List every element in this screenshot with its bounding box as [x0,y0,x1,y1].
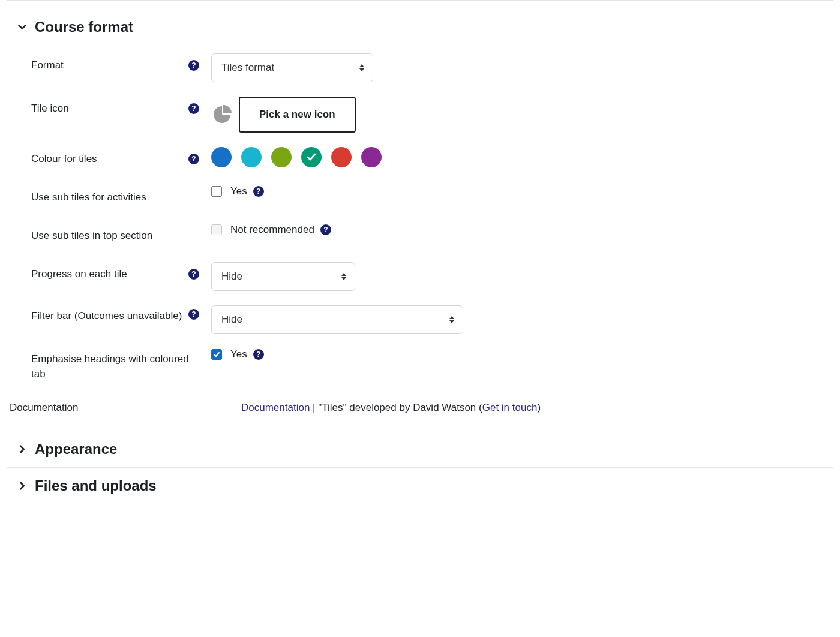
colour-swatch-2[interactable] [271,147,292,167]
section-title: Appearance [35,441,117,458]
select-value: Hide [221,271,242,283]
row-progress: Progress on each tile ? Hide [7,255,833,298]
checkbox-label: Not recommended [230,224,314,236]
colour-swatch-5[interactable] [361,147,382,167]
help-icon[interactable]: ? [188,103,199,114]
section-title: Course format [35,19,133,35]
checkbox-label: Yes [230,185,247,197]
row-format: Format ? Tiles format [7,46,833,89]
help-icon[interactable]: ? [320,224,331,235]
help-icon[interactable]: ? [253,186,264,197]
section-header-appearance[interactable]: Appearance [7,431,833,468]
documentation-link[interactable]: Documentation [241,402,310,413]
label-format: Format [31,58,64,73]
colour-swatch-0[interactable] [211,147,232,167]
section-title: Files and uploads [35,477,157,494]
label-subtiles-top: Use sub tiles in top section [31,229,152,244]
select-progress[interactable]: Hide [211,262,355,291]
caret-icon [341,273,346,280]
section-header-course-format[interactable]: Course format [7,14,833,46]
help-icon[interactable]: ? [188,269,199,280]
section-header-files[interactable]: Files and uploads [7,468,833,504]
pick-new-icon-button[interactable]: Pick a new icon [239,97,356,133]
get-in-touch-link[interactable]: Get in touch [482,402,538,413]
documentation-text: Documentation | "Tiles" developed by Dav… [241,402,541,414]
row-colour: Colour for tiles ? [7,140,833,178]
label-emphasise: Emphasise headings with coloured tab [31,352,199,381]
caret-icon [359,64,364,71]
colour-swatch-1[interactable] [241,147,262,167]
colour-swatch-3[interactable] [301,147,322,167]
row-documentation: Documentation Documentation | "Tiles" de… [7,389,833,431]
row-subtiles-activities: Use sub tiles for activities Yes ? [7,178,833,217]
pie-chart-icon [211,104,233,125]
checkbox-subtiles-top [211,224,222,235]
chevron-down-icon [18,23,26,31]
caret-icon [449,316,454,323]
help-icon[interactable]: ? [188,309,199,320]
select-value: Hide [221,314,242,326]
row-tile-icon: Tile icon ? Pick a new icon [7,89,833,140]
checkbox-subtiles-activities[interactable] [211,186,222,197]
row-filter-bar: Filter bar (Outcomes unavailable) ? Hide [7,298,833,341]
chevron-right-icon [18,482,26,490]
help-icon[interactable]: ? [188,60,199,71]
row-subtiles-top: Use sub tiles in top section Not recomme… [7,217,833,255]
chevron-right-icon [18,445,26,453]
help-icon[interactable]: ? [188,154,199,164]
colour-swatch-4[interactable] [331,147,352,167]
label-progress: Progress on each tile [31,267,127,282]
label-filter-bar: Filter bar (Outcomes unavailable) [31,309,182,324]
label-tile-icon: Tile icon [31,101,69,116]
select-value: Tiles format [221,62,274,74]
checkbox-emphasise[interactable] [211,349,222,360]
select-filter-bar[interactable]: Hide [211,305,463,334]
select-format[interactable]: Tiles format [211,53,373,82]
checkbox-label: Yes [230,348,247,360]
colour-swatches [211,147,382,167]
label-colour: Colour for tiles [31,152,97,167]
row-emphasise: Emphasise headings with coloured tab Yes… [7,341,833,389]
label-documentation: Documentation [10,401,78,416]
label-subtiles-activities: Use sub tiles for activities [31,190,146,205]
help-icon[interactable]: ? [253,349,264,360]
